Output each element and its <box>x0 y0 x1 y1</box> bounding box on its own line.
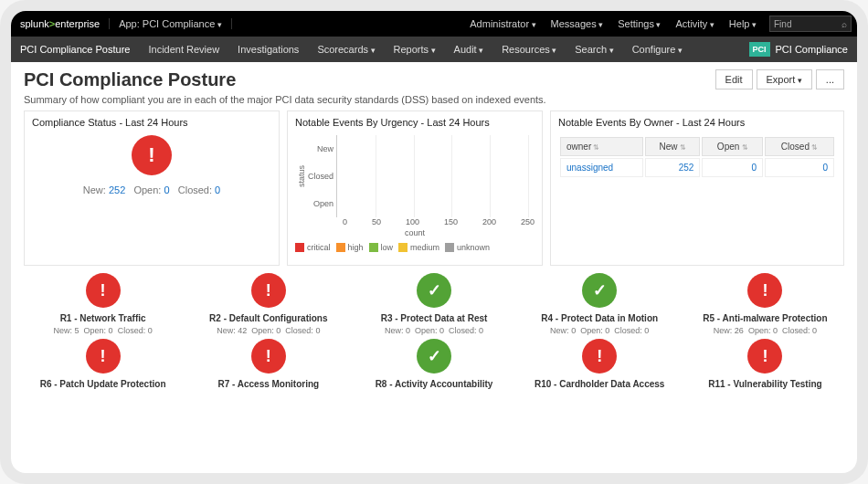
nav-audit[interactable]: Audit <box>445 44 493 55</box>
export-button[interactable]: Export <box>757 69 812 89</box>
requirement-tile[interactable]: ! R5 - Anti-malware ProtectionNew: 26 Op… <box>686 273 844 335</box>
tile-title: R10 - Cardholder Data Access <box>521 379 679 389</box>
alert-icon: ! <box>251 339 286 374</box>
chart-legend: critical high low medium unknown <box>295 243 535 252</box>
link-closed[interactable]: 0 <box>215 184 220 195</box>
search-icon: ⌕ <box>842 19 847 29</box>
urgency-chart <box>336 135 528 217</box>
requirement-tile[interactable]: ! R6 - Patch Update Protection <box>24 339 182 389</box>
panel-notable-owner: Notable Events By Owner - Last 24 Hours … <box>550 110 844 266</box>
alert-icon: ! <box>582 339 617 374</box>
requirements-row-2: ! R6 - Patch Update Protection ! R7 - Ac… <box>24 339 844 389</box>
panel-title: Notable Events By Owner - Last 24 Hours <box>558 117 836 128</box>
nav-posture[interactable]: PCI Compliance Posture <box>11 44 139 55</box>
owner-table: owner New Open Closed unassigned 252 0 0 <box>558 135 836 179</box>
nav-reports[interactable]: Reports <box>385 44 445 55</box>
check-icon: ✓ <box>582 273 617 308</box>
tile-title: R3 - Protect Data at Rest <box>355 313 513 323</box>
requirement-tile[interactable]: ! R10 - Cardholder Data Access <box>521 339 679 389</box>
app-menu[interactable]: App: PCI Compliance <box>109 18 232 29</box>
alert-icon: ! <box>251 273 286 308</box>
tile-title: R1 - Network Traffic <box>24 313 182 323</box>
menu-settings[interactable]: Settings <box>610 18 668 29</box>
alert-icon: ! <box>132 135 172 175</box>
page-body: PCI Compliance Posture Summary of how co… <box>11 62 857 396</box>
menu-help[interactable]: Help <box>722 18 764 29</box>
col-closed[interactable]: Closed <box>765 137 834 156</box>
more-button[interactable]: ... <box>816 69 844 89</box>
col-owner[interactable]: owner <box>560 137 643 156</box>
chart-xlabel: count <box>295 228 535 237</box>
requirement-tile[interactable]: ! R1 - Network TrafficNew: 5 Open: 0 Clo… <box>24 273 182 335</box>
alert-icon: ! <box>86 339 121 374</box>
requirement-tile[interactable]: ! R11 - Vulnerability Testing <box>686 339 844 389</box>
check-icon: ✓ <box>417 339 451 374</box>
check-icon: ✓ <box>417 273 451 308</box>
global-topbar: splunk>enterprise App: PCI Compliance Ad… <box>11 11 857 37</box>
app-navbar: PCI Compliance Posture Incident Review I… <box>11 37 857 62</box>
link-new[interactable]: 252 <box>109 184 125 195</box>
menu-activity[interactable]: Activity <box>669 18 722 29</box>
alert-icon: ! <box>747 273 782 308</box>
nav-configure[interactable]: Configure <box>623 44 692 55</box>
requirement-tile[interactable]: ! R2 - Default ConfigurationsNew: 42 Ope… <box>189 273 347 335</box>
nav-scorecards[interactable]: Scorecards <box>308 44 384 55</box>
tile-title: R7 - Access Monitoring <box>189 379 347 389</box>
tile-title: R6 - Patch Update Protection <box>24 379 182 389</box>
page-subtitle: Summary of how compliant you are in each… <box>24 94 546 105</box>
link-open[interactable]: 0 <box>164 184 169 195</box>
requirement-tile[interactable]: ✓ R4 - Protect Data in MotionNew: 0 Open… <box>521 273 679 335</box>
pci-icon: PCI <box>749 42 770 57</box>
panel-notable-urgency: Notable Events By Urgency - Last 24 Hour… <box>287 110 543 266</box>
requirement-tile[interactable]: ✓ R8 - Activity Accountability <box>355 339 513 389</box>
requirements-row-1: ! R1 - Network TrafficNew: 5 Open: 0 Clo… <box>24 273 844 335</box>
tile-title: R11 - Vulnerability Testing <box>686 379 844 389</box>
tile-title: R5 - Anti-malware Protection <box>686 313 844 323</box>
app-title-badge: PCI PCI Compliance <box>740 42 858 57</box>
page-title: PCI Compliance Posture <box>24 69 546 90</box>
edit-button[interactable]: Edit <box>715 69 753 89</box>
alert-icon: ! <box>86 273 121 308</box>
alert-icon: ! <box>747 339 782 374</box>
brand-logo: splunk>enterprise <box>11 18 109 29</box>
requirement-tile[interactable]: ✓ R3 - Protect Data at RestNew: 0 Open: … <box>355 273 513 335</box>
nav-search[interactable]: Search <box>566 44 622 55</box>
chart-ylabel: status <box>295 165 308 187</box>
global-search-input[interactable]: Find⌕ <box>769 16 852 32</box>
nav-investigations[interactable]: Investigations <box>228 44 308 55</box>
tile-title: R8 - Activity Accountability <box>355 379 513 389</box>
panel-compliance-status: Compliance Status - Last 24 Hours ! New:… <box>24 110 280 266</box>
nav-resources[interactable]: Resources <box>492 44 566 55</box>
tile-title: R4 - Protect Data in Motion <box>521 313 679 323</box>
nav-incident-review[interactable]: Incident Review <box>139 44 228 55</box>
menu-administrator[interactable]: Administrator <box>462 18 543 29</box>
panel-title: Notable Events By Urgency - Last 24 Hour… <box>295 117 535 128</box>
table-row[interactable]: unassigned 252 0 0 <box>560 158 834 177</box>
menu-messages[interactable]: Messages <box>544 18 611 29</box>
panel-title: Compliance Status - Last 24 Hours <box>32 117 271 128</box>
requirement-tile[interactable]: ! R7 - Access Monitoring <box>189 339 347 389</box>
tile-title: R2 - Default Configurations <box>189 313 347 323</box>
col-new[interactable]: New <box>645 137 700 156</box>
col-open[interactable]: Open <box>702 137 763 156</box>
